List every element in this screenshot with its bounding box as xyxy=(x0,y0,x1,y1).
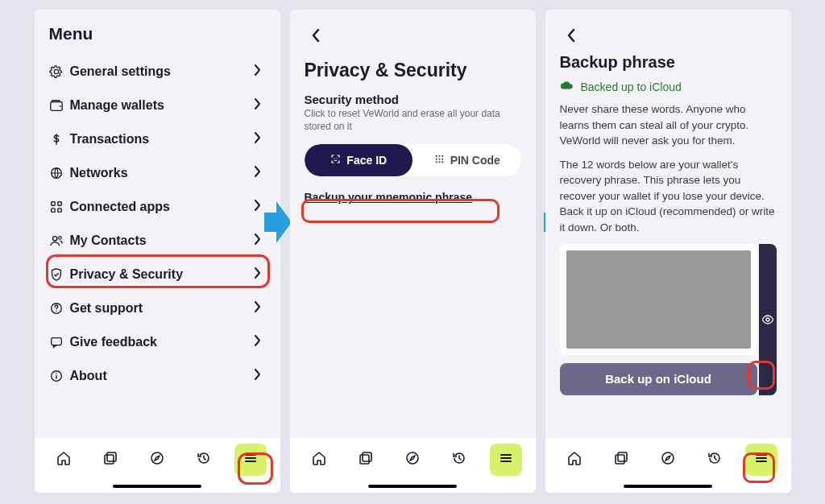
back-button[interactable] xyxy=(305,24,327,47)
gear-icon xyxy=(49,64,70,79)
nav-home-button[interactable] xyxy=(558,444,591,476)
shield-icon xyxy=(49,267,70,282)
segment-label: PIN Code xyxy=(450,154,500,167)
home-indicator xyxy=(368,485,457,488)
chevron-right-icon xyxy=(255,98,266,113)
screen-menu: Menu General settings Manage wallets Tra… xyxy=(35,10,280,493)
menu-item-label: Give feedback xyxy=(70,335,255,349)
backup-mnemonic-link[interactable]: Backup your mnemonic phrase xyxy=(305,191,473,204)
cloud-icon xyxy=(560,80,574,93)
compass-icon xyxy=(404,450,421,469)
menu-item-manage-wallets[interactable]: Manage wallets xyxy=(49,89,266,122)
menu-item-label: Manage wallets xyxy=(70,98,255,113)
page-title: Menu xyxy=(49,24,266,43)
globe-icon xyxy=(49,166,70,180)
chevron-right-icon xyxy=(255,301,266,316)
bottom-nav xyxy=(35,438,280,481)
back-button[interactable] xyxy=(560,24,582,47)
nav-compass-button[interactable] xyxy=(396,444,429,476)
menu-item-get-support[interactable]: Get support xyxy=(49,291,266,325)
nav-menu-button[interactable] xyxy=(234,444,267,476)
compass-icon xyxy=(660,450,676,469)
segment-face-id[interactable]: Face ID xyxy=(305,144,413,176)
menu-item-connected-apps[interactable]: Connected apps xyxy=(49,190,266,224)
menu-item-privacy-security[interactable]: Privacy & Security xyxy=(49,258,266,291)
menu-item-label: Networks xyxy=(70,166,255,180)
bottom-nav xyxy=(545,438,791,481)
gallery-icon xyxy=(358,450,374,469)
wallet-icon xyxy=(49,98,70,113)
chevron-right-icon xyxy=(255,166,266,180)
menu-item-label: Transactions xyxy=(70,132,255,147)
chevron-right-icon xyxy=(255,132,266,147)
gallery-icon xyxy=(613,450,629,469)
home-indicator xyxy=(113,485,201,488)
backup-status: Backed up to iCloud xyxy=(560,80,777,93)
status-text: Backed up to iCloud xyxy=(581,81,682,93)
contacts-icon xyxy=(49,233,70,248)
nav-menu-button[interactable] xyxy=(490,444,522,476)
apps-icon xyxy=(49,200,70,214)
menu-item-label: My Contacts xyxy=(70,233,255,248)
gallery-icon xyxy=(102,450,118,469)
compass-icon xyxy=(149,450,165,469)
arrow-icon xyxy=(264,201,292,243)
segment-label: Face ID xyxy=(346,154,387,167)
section-subtitle: Click to reset VeWorld and erase all you… xyxy=(305,107,521,133)
page-title: Privacy & Security xyxy=(305,60,521,81)
nav-menu-button[interactable] xyxy=(745,444,777,476)
reveal-strip xyxy=(759,244,777,395)
nav-history-button[interactable] xyxy=(443,444,475,476)
history-icon xyxy=(707,450,723,469)
backup-icloud-button[interactable]: Back up on iCloud xyxy=(560,363,757,395)
chevron-right-icon xyxy=(255,369,266,383)
mnemonic-hidden-area xyxy=(566,250,751,349)
chevron-right-icon xyxy=(255,267,266,282)
menu-item-label: Get support xyxy=(70,301,255,316)
menu-icon xyxy=(243,450,259,469)
home-icon xyxy=(56,450,72,469)
mnemonic-phrase-card xyxy=(560,244,757,355)
home-icon xyxy=(566,450,582,469)
screen-backup-phrase: Backup phrase Backed up to iCloud Never … xyxy=(545,10,791,493)
home-icon xyxy=(311,450,327,469)
chevron-right-icon xyxy=(255,335,266,349)
menu-item-give-feedback[interactable]: Give feedback xyxy=(49,325,266,359)
menu-item-label: About xyxy=(70,369,255,383)
nav-gallery-button[interactable] xyxy=(605,444,637,476)
home-indicator xyxy=(624,485,712,488)
face-id-icon xyxy=(330,153,342,167)
nav-compass-button[interactable] xyxy=(141,444,173,476)
menu-item-my-contacts[interactable]: My Contacts xyxy=(49,224,266,258)
info-text: The 12 words below are your wallet's rec… xyxy=(560,157,777,236)
menu-item-label: Connected apps xyxy=(70,200,255,214)
nav-gallery-button[interactable] xyxy=(350,444,382,476)
section-title: Security method xyxy=(305,93,521,106)
menu-item-networks[interactable]: Networks xyxy=(49,156,266,190)
menu-icon xyxy=(498,450,514,469)
nav-compass-button[interactable] xyxy=(652,444,684,476)
help-icon xyxy=(49,301,70,316)
chat-icon xyxy=(49,335,70,349)
nav-home-button[interactable] xyxy=(303,444,335,476)
screen-privacy-security: Privacy & Security Security method Click… xyxy=(290,10,536,493)
pin-icon xyxy=(433,153,446,167)
dollar-icon xyxy=(49,132,70,147)
menu-item-label: Privacy & Security xyxy=(70,267,255,282)
nav-history-button[interactable] xyxy=(699,444,731,476)
menu-item-transactions[interactable]: Transactions xyxy=(49,122,266,156)
nav-home-button[interactable] xyxy=(48,444,80,476)
warning-text: Never share these words. Anyone who lear… xyxy=(560,101,777,149)
security-method-segment: Face ID PIN Code xyxy=(305,144,521,176)
menu-item-about[interactable]: About xyxy=(49,359,266,393)
page-title: Backup phrase xyxy=(560,53,777,72)
reveal-phrase-button[interactable] xyxy=(759,311,777,328)
history-icon xyxy=(196,450,212,469)
nav-gallery-button[interactable] xyxy=(94,444,126,476)
segment-pin-code[interactable]: PIN Code xyxy=(412,144,521,176)
bottom-nav xyxy=(290,438,536,481)
menu-item-general-settings[interactable]: General settings xyxy=(49,55,266,89)
nav-history-button[interactable] xyxy=(188,444,220,476)
info-icon xyxy=(49,369,70,383)
history-icon xyxy=(451,450,467,469)
